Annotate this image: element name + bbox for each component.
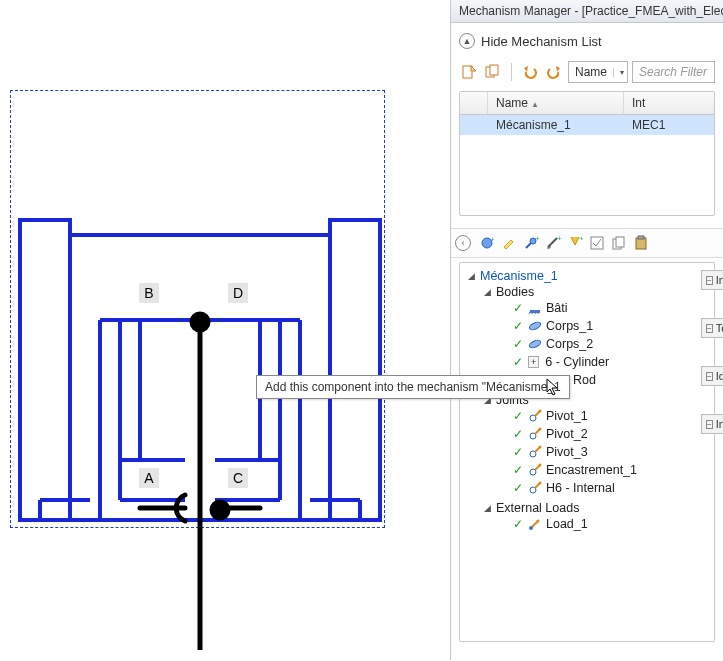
tree-item-joint[interactable]: ◢✓Pivot_2 (498, 427, 710, 441)
new-badge: + (528, 356, 539, 368)
diagram-label-d: D (228, 283, 248, 303)
tree-group-bodies[interactable]: ◢ Bodies (482, 285, 710, 299)
redo-button[interactable] (544, 62, 564, 82)
add-measure-button[interactable]: + (543, 233, 563, 253)
tree-item-body[interactable]: ◢✓+6 - Cylinder (498, 355, 710, 369)
tree-item-joint[interactable]: ◢✓Pivot_1 (498, 409, 710, 423)
grid-row[interactable]: Mécanisme_1 MEC1 (460, 115, 714, 135)
list-toolbar: Name ▾ (459, 59, 715, 85)
check-icon: ✓ (512, 481, 524, 495)
grid-header-name[interactable]: Name▲ (488, 92, 624, 114)
tree-toolbar: ‹ + + + + (451, 228, 723, 258)
check-icon: ✓ (512, 517, 524, 531)
tree-item-label: Encastrement_1 (546, 463, 637, 477)
svg-point-34 (539, 464, 542, 467)
new-item-button[interactable] (459, 62, 479, 82)
svg-point-37 (529, 526, 533, 530)
svg-point-30 (539, 428, 542, 431)
check-icon: ✓ (512, 445, 524, 459)
sort-field-select[interactable]: Name ▾ (568, 61, 628, 83)
grid-header-icon[interactable] (460, 92, 488, 114)
tree-item-body[interactable]: ◢✓Corps_2 (498, 337, 710, 351)
hide-mechanism-list-toggle[interactable]: ▲ Hide Mechanism List (459, 33, 715, 49)
grid-header-int[interactable]: Int (624, 92, 714, 114)
add-body-button[interactable]: + (477, 233, 497, 253)
joint-icon (528, 409, 542, 423)
edit-button[interactable] (587, 233, 607, 253)
joint-icon (528, 445, 542, 459)
add-load-button[interactable]: + (565, 233, 585, 253)
add-joint-button[interactable]: + (521, 233, 541, 253)
body-icon (528, 301, 542, 315)
grid-cell-name: Mécanisme_1 (488, 115, 624, 135)
side-tab[interactable]: −Id (701, 366, 723, 386)
tree-item-label: Bâti (546, 301, 568, 315)
tree-item-label: Corps_2 (546, 337, 593, 351)
tree-item-joint[interactable]: ◢✓Encastrement_1 (498, 463, 710, 477)
side-tab[interactable]: −In (701, 414, 723, 434)
mechanism-manager-panel: Mechanism Manager - [Practice_FMEA_with_… (450, 0, 723, 660)
duplicate-button[interactable] (483, 62, 503, 82)
tree-item-label: Pivot_2 (546, 427, 588, 441)
tooltip: Add this component into the mechanism "M… (256, 375, 570, 399)
svg-point-24 (528, 321, 541, 332)
svg-point-32 (539, 446, 542, 449)
body-icon (528, 319, 542, 333)
tree-item-label: Load_1 (546, 517, 588, 531)
collapse-tree-button[interactable]: ‹ (455, 235, 471, 251)
search-filter-input[interactable] (632, 61, 715, 83)
side-tab[interactable]: −In (701, 270, 723, 290)
expand-icon[interactable]: ◢ (466, 271, 476, 281)
svg-rect-17 (636, 238, 646, 249)
joint-icon (528, 481, 542, 495)
tree-item-load[interactable]: ◢✓Load_1 (498, 517, 710, 531)
tree-item-label: Corps_1 (546, 319, 593, 333)
check-icon: ✓ (512, 427, 524, 441)
svg-text:+: + (535, 235, 539, 243)
design-canvas[interactable]: B D A C (0, 0, 400, 660)
tree-item-joint[interactable]: ◢✓H6 - Internal (498, 481, 710, 495)
joint-icon (528, 427, 542, 441)
sort-asc-icon: ▲ (531, 100, 539, 109)
joint-icon (528, 463, 542, 477)
mechanism-tree[interactable]: ◢ Mécanisme_1 ◢ Bodies ◢✓Bâti◢✓Corps_1◢✓… (459, 262, 715, 642)
svg-text:+: + (557, 235, 561, 243)
svg-text:+: + (579, 235, 583, 243)
check-icon: ✓ (512, 355, 524, 369)
check-icon: ✓ (512, 463, 524, 477)
svg-point-1 (192, 314, 208, 330)
check-icon: ✓ (512, 301, 524, 315)
side-tabs: −In −To −Id −In (701, 270, 723, 462)
svg-point-4 (212, 502, 228, 518)
mechanism-grid: Name▲ Int Mécanisme_1 MEC1 (459, 91, 715, 216)
grid-cell-int: MEC1 (624, 115, 714, 135)
svg-point-36 (539, 482, 542, 485)
svg-point-28 (539, 410, 542, 413)
side-tab[interactable]: −To (701, 318, 723, 338)
tree-item-label: H6 - Internal (546, 481, 615, 495)
tree-item-joint[interactable]: ◢✓Pivot_3 (498, 445, 710, 459)
tree-item-body[interactable]: ◢✓Bâti (498, 301, 710, 315)
copy-button[interactable] (609, 233, 629, 253)
check-icon: ✓ (512, 409, 524, 423)
diagram-label-c: C (228, 468, 248, 488)
svg-rect-16 (616, 237, 624, 247)
paste-button[interactable] (631, 233, 651, 253)
chevron-down-icon: ▾ (613, 68, 627, 77)
tree-group-external-loads[interactable]: ◢ External Loads (482, 501, 710, 515)
svg-rect-7 (490, 65, 498, 75)
svg-rect-18 (638, 236, 644, 239)
expand-icon[interactable]: ◢ (482, 287, 492, 297)
diagram-label-b: B (139, 283, 159, 303)
body-icon (528, 337, 542, 351)
svg-text:+: + (490, 235, 495, 244)
expand-icon[interactable]: ◢ (482, 503, 492, 513)
mechanical-diagram (10, 90, 390, 540)
tree-root[interactable]: ◢ Mécanisme_1 (466, 269, 710, 283)
tree-item-label: 6 - Cylinder (545, 355, 609, 369)
hide-mechanism-list-label: Hide Mechanism List (481, 34, 602, 49)
tree-item-body[interactable]: ◢✓Corps_1 (498, 319, 710, 333)
undo-button[interactable] (520, 62, 540, 82)
highlight-button[interactable] (499, 233, 519, 253)
check-icon: ✓ (512, 337, 524, 351)
